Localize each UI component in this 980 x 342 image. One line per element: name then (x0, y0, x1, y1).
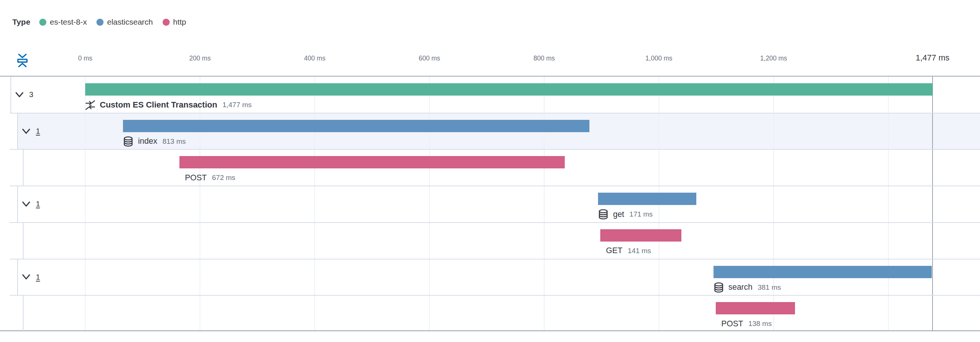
merge-icon (85, 100, 95, 110)
trace-total-duration-label: 1,477 ms (916, 53, 950, 63)
child-count-label: 3 (29, 90, 33, 99)
database-icon (714, 282, 724, 293)
waterfall-row-search: 1search381 ms (0, 259, 980, 296)
accordion-indent-border (11, 76, 11, 113)
span-duration-label: 171 ms (629, 210, 652, 218)
accordion-toggle-button[interactable]: 1 (19, 186, 40, 223)
accordion-indent-border (23, 223, 24, 259)
span-duration-label: 141 ms (628, 247, 651, 255)
accordion-toggle-button[interactable]: 1 (19, 113, 40, 150)
span-label[interactable]: search381 ms (714, 281, 781, 294)
span-duration-bar[interactable] (600, 229, 681, 242)
chevron-down-icon (21, 127, 31, 136)
span-duration-bar[interactable] (180, 156, 565, 168)
span-duration-bar[interactable] (716, 302, 795, 314)
span-name: search (729, 283, 753, 292)
axis-tick-label: 1,000 ms (646, 54, 672, 62)
span-name: get (613, 210, 624, 219)
database-icon (123, 136, 134, 147)
accordion-indent-border (17, 186, 18, 223)
chevron-down-icon (21, 272, 31, 282)
timeline-axis: 0 ms200 ms400 ms600 ms800 ms1,000 ms1,20… (0, 0, 980, 76)
span-name: POST (721, 319, 743, 329)
waterfall-row-post: POST138 ms (0, 295, 980, 332)
span-label[interactable]: POST138 ms (716, 317, 772, 330)
axis-tick-label: 600 ms (418, 54, 440, 62)
span-duration-label: 138 ms (748, 320, 772, 328)
accordion-toggle-button[interactable]: 3 (12, 76, 33, 113)
span-label[interactable]: index813 ms (123, 135, 186, 148)
axis-tick-label: 400 ms (304, 54, 325, 62)
span-duration-label: 381 ms (757, 283, 781, 291)
span-label[interactable]: get171 ms (598, 208, 652, 221)
transaction-name: Custom ES Client Transaction (100, 100, 217, 110)
chevron-down-icon (14, 90, 24, 100)
span-name: GET (606, 246, 622, 255)
database-icon-wrap (598, 209, 608, 220)
merge-icon-wrap (85, 100, 95, 110)
axis-tick-label: 200 ms (189, 54, 210, 62)
span-label[interactable]: POST672 ms (180, 171, 235, 184)
database-icon-wrap (123, 136, 134, 147)
accordion-indent-border (17, 259, 18, 296)
axis-tick-label: 1,200 ms (760, 54, 787, 62)
waterfall-chart: 3Custom ES Client Transaction1,477 ms1in… (0, 76, 980, 331)
span-label[interactable]: GET141 ms (600, 245, 651, 257)
database-icon (598, 209, 608, 220)
transaction-duration-bar[interactable] (85, 83, 932, 96)
span-duration-bar[interactable] (714, 266, 932, 278)
transaction-duration-label: 1,477 ms (223, 101, 251, 109)
axis-tick-label: 0 ms (78, 54, 92, 62)
chevron-down-icon (21, 200, 31, 209)
accordion-indent-border (23, 295, 24, 332)
accordion-indent-border (23, 149, 24, 186)
waterfall-row-index: 1index813 ms (0, 113, 980, 150)
accordion-indent-border (17, 113, 18, 150)
waterfall-row-post: POST672 ms (0, 149, 980, 186)
waterfall-row-custom-es-client-transaction: 3Custom ES Client Transaction1,477 ms (0, 76, 980, 113)
span-duration-label: 813 ms (162, 138, 186, 146)
apm-waterfall-view: Type es-test-8-xelasticsearchhttp 0 ms20… (0, 0, 980, 342)
waterfall-row-get: GET141 ms (0, 223, 980, 259)
database-icon-wrap (714, 282, 724, 293)
child-count-link[interactable]: 1 (36, 127, 40, 136)
child-count-link[interactable]: 1 (36, 200, 40, 208)
accordion-toggle-button[interactable]: 1 (19, 259, 40, 296)
span-duration-label: 672 ms (212, 174, 235, 182)
child-count-link[interactable]: 1 (36, 273, 40, 282)
span-duration-bar[interactable] (598, 193, 696, 205)
span-name: POST (185, 173, 207, 182)
span-name: index (138, 137, 157, 146)
axis-tick-label: 800 ms (533, 54, 555, 62)
waterfall-row-get: 1get171 ms (0, 186, 980, 223)
span-duration-bar[interactable] (123, 120, 589, 132)
transaction-label[interactable]: Custom ES Client Transaction1,477 ms (85, 98, 251, 111)
